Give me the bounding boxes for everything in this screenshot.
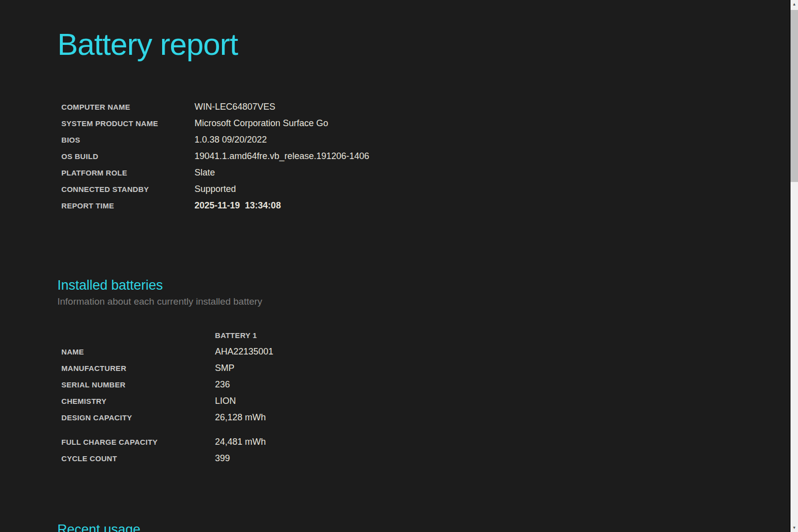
row-label: SERIAL NUMBER — [57, 380, 215, 389]
row-label: CHEMISTRY — [57, 397, 215, 405]
table-row: OS BUILD 19041.1.amd64fre.vb_release.191… — [57, 148, 790, 165]
scroll-up-icon[interactable]: ▲ — [791, 0, 798, 8]
row-label: SYSTEM PRODUCT NAME — [57, 119, 195, 128]
row-value: Supported — [195, 184, 236, 194]
battery-report-page: Battery report COMPUTER NAME WIN-LEC6480… — [0, 0, 790, 532]
battery-column-header: BATTERY 1 — [215, 331, 257, 340]
table-row: REPORT TIME 2025-11-19 13:34:08 — [57, 197, 790, 214]
row-label: CYCLE COUNT — [57, 454, 215, 463]
recent-usage-section: Recent usage — [57, 522, 790, 532]
section-heading-recent-usage: Recent usage — [57, 522, 790, 532]
row-value: 1.0.38 09/20/2022 — [195, 135, 267, 145]
row-label: BIOS — [57, 136, 195, 144]
row-value: 26,128 mWh — [215, 412, 266, 423]
table-row: SYSTEM PRODUCT NAME Microsoft Corporatio… — [57, 115, 790, 132]
row-label: OS BUILD — [57, 152, 195, 161]
row-label: MANUFACTURER — [57, 364, 215, 372]
table-row: CONNECTED STANDBY Supported — [57, 181, 790, 197]
row-label: DESIGN CAPACITY — [57, 413, 215, 422]
table-row: PLATFORM ROLE Slate — [57, 165, 790, 181]
table-header-row: BATTERY 1 — [57, 327, 790, 344]
row-label: NAME — [57, 348, 215, 356]
table-row: BIOS 1.0.38 09/20/2022 — [57, 132, 790, 148]
section-subtitle: Information about each currently install… — [57, 296, 790, 307]
row-value: 19041.1.amd64fre.vb_release.191206-1406 — [195, 151, 369, 162]
report-time-value: 2025-11-19 13:34:08 — [195, 200, 281, 211]
row-value: 399 — [215, 453, 230, 464]
row-label: PLATFORM ROLE — [57, 169, 195, 177]
table-row: CHEMISTRY LION — [57, 393, 790, 409]
vertical-scrollbar[interactable]: ▲ ▼ — [790, 0, 798, 532]
row-value: 24,481 mWh — [215, 437, 266, 447]
row-value: Slate — [195, 168, 215, 178]
table-row: DESIGN CAPACITY 26,128 mWh — [57, 409, 790, 426]
table-row: CYCLE COUNT 399 — [57, 450, 790, 467]
row-label: REPORT TIME — [57, 201, 195, 210]
row-label: COMPUTER NAME — [57, 103, 195, 111]
battery-info-table: BATTERY 1 NAME AHA22135001 MANUFACTURER … — [57, 327, 790, 467]
table-row: SERIAL NUMBER 236 — [57, 376, 790, 393]
row-label: CONNECTED STANDBY — [57, 185, 195, 193]
table-row: NAME AHA22135001 — [57, 344, 790, 360]
scroll-down-icon[interactable]: ▼ — [791, 524, 798, 532]
row-value: Microsoft Corporation Surface Go — [195, 118, 328, 129]
system-info-table: COMPUTER NAME WIN-LEC64807VES SYSTEM PRO… — [57, 99, 790, 214]
page-title: Battery report — [57, 0, 790, 63]
table-row: MANUFACTURER SMP — [57, 360, 790, 376]
section-heading-installed-batteries: Installed batteries — [57, 277, 790, 293]
row-value: SMP — [215, 363, 234, 373]
table-row: COMPUTER NAME WIN-LEC64807VES — [57, 99, 790, 115]
row-value: WIN-LEC64807VES — [195, 102, 275, 112]
installed-batteries-section: Installed batteries Information about ea… — [57, 277, 790, 466]
scrollbar-thumb[interactable] — [791, 10, 798, 182]
row-label: FULL CHARGE CAPACITY — [57, 438, 215, 446]
table-row: FULL CHARGE CAPACITY 24,481 mWh — [57, 434, 790, 450]
row-value: 236 — [215, 379, 230, 390]
row-value: AHA22135001 — [215, 347, 273, 357]
row-value: LION — [215, 396, 236, 406]
